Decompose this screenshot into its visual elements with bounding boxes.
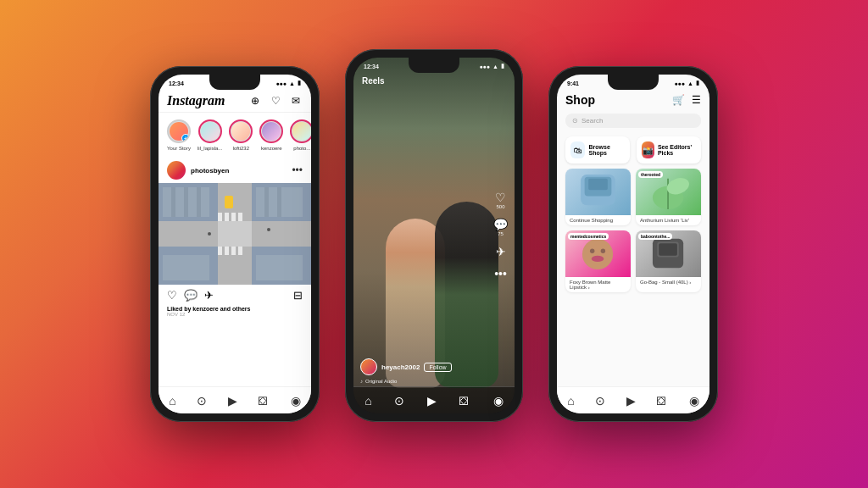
nav-search-icon-3[interactable]: ⊙ (595, 394, 605, 408)
browse-shops-button[interactable]: 🛍 Browse Shops (565, 136, 630, 164)
svg-rect-13 (171, 187, 175, 217)
svg-rect-15 (197, 187, 201, 217)
comment-button[interactable]: 💬 (184, 289, 198, 302)
post-left-actions: ♡ 💬 ✈ (167, 289, 214, 302)
nav-profile-icon-2[interactable]: ◉ (493, 394, 504, 408)
nav-search-icon[interactable]: ⊙ (197, 394, 207, 408)
story-item-2[interactable]: lofti232 (229, 119, 253, 151)
like-notifications-icon[interactable]: ♡ (269, 94, 282, 108)
svg-rect-8 (218, 247, 222, 255)
svg-rect-11 (238, 247, 242, 255)
svg-rect-10 (231, 247, 236, 255)
nav-shop-icon[interactable]: ⛋ (258, 394, 270, 408)
reels-like-icon: ♡ (495, 191, 506, 204)
shop-card-1[interactable]: Continue Shopping (565, 169, 631, 225)
nav-search-icon-2[interactable]: ⊙ (394, 394, 404, 408)
story-item-3[interactable]: kenzoere (259, 119, 283, 151)
nav-home-icon[interactable]: ⌂ (169, 394, 175, 408)
aerial-photo (159, 183, 311, 285)
like-button[interactable]: ♡ (167, 289, 177, 302)
shop-card-2-tag: therooted (638, 171, 663, 178)
svg-rect-17 (264, 187, 269, 217)
shop-card-1-svg (565, 169, 631, 215)
post-actions: ♡ 💬 ✈ ⊟ (159, 285, 311, 306)
story-item-4[interactable]: photo... (290, 119, 311, 151)
phone-3-screen: 9:41 ●●● ▲ ▮ Shop 🛒 ☰ ⊙ Search (557, 75, 709, 413)
svg-rect-26 (588, 179, 608, 191)
svg-rect-18 (277, 187, 281, 217)
shop-quick-buttons: 🛍 Browse Shops 📸 See Editors' Picks (557, 131, 709, 169)
story-4-label: photo... (293, 146, 310, 151)
nav-profile-icon[interactable]: ◉ (291, 394, 301, 408)
post-username: photosbyen (191, 167, 229, 175)
reels-audio-note-icon: ♪ (360, 379, 363, 384)
phone-1-bottom-nav: ⌂ ⊙ ▶ ⛋ ◉ (159, 386, 311, 413)
phone-3-notch (608, 75, 659, 90)
phone-3-frame: 9:41 ●●● ▲ ▮ Shop 🛒 ☰ ⊙ Search (548, 66, 718, 422)
svg-point-23 (267, 228, 270, 231)
nav-profile-icon-3[interactable]: ◉ (689, 394, 699, 408)
shop-search-bar[interactable]: ⊙ Search (565, 114, 701, 128)
reels-more-action[interactable]: ••• (494, 267, 507, 280)
messages-icon[interactable]: ✉ (289, 94, 303, 108)
shop-menu-icon[interactable]: ☰ (692, 94, 701, 106)
reels-comment-action[interactable]: 💬 75 (493, 218, 508, 236)
reels-right-actions: ♡ 500 💬 75 ✈ ••• (493, 191, 508, 280)
editors-picks-label: See Editors' Picks (658, 144, 696, 156)
reels-audio-info: ♪ Original Audio (360, 379, 481, 384)
instagram-header: Instagram ⊕ ♡ ✉ (159, 90, 311, 113)
phone-3-battery-icon: ▮ (696, 80, 699, 86)
nav-reels-icon[interactable]: ▶ (228, 394, 237, 408)
svg-rect-9 (225, 247, 229, 255)
share-button[interactable]: ✈ (204, 289, 214, 302)
search-icon: ⊙ (572, 117, 578, 125)
story-3-label: kenzoere (261, 146, 282, 151)
shop-card-3[interactable]: mentedcosmetics Foxy Brown Matte Lipstic… (565, 230, 631, 292)
shop-card-2[interactable]: therooted Anthurium Livium 'Liv' (636, 169, 701, 225)
reels-follow-button[interactable]: Follow (424, 363, 451, 372)
story-1-avatar (198, 119, 222, 143)
phone-1-time: 12:34 (169, 80, 184, 86)
shop-card-2-caption: Anthurium Livium 'Liv' (636, 215, 701, 225)
story-2-label: lofti232 (233, 146, 249, 151)
svg-rect-19 (163, 255, 209, 280)
nav-home-icon-3[interactable]: ⌂ (567, 394, 574, 408)
reels-bottom-info: heyach2002 Follow ♪ Original Audio (360, 358, 481, 384)
post-date: NOV 12 (159, 312, 311, 319)
phone-2-screen: 12:34 ●●● ▲ ▮ Reels ♡ 500 💬 75 (353, 58, 515, 413)
phone-1-signal-icon: ●●● (275, 80, 287, 86)
reels-like-action[interactable]: ♡ 500 (495, 191, 506, 209)
reels-username: heyach2002 (381, 363, 420, 371)
reels-comment-icon: 💬 (493, 218, 508, 231)
nav-shop-icon-3[interactable]: ⛋ (656, 394, 668, 408)
nav-shop-icon-2[interactable]: ⛋ (459, 394, 470, 408)
shop-card-4-caption: Go-Bag - Small (40L) › (636, 277, 701, 287)
shopping-cart-icon[interactable]: 🛒 (672, 94, 685, 106)
shop-card-3-caption: Foxy Brown Matte Lipstick › (565, 277, 631, 292)
post-likes: Liked by kenzoere and others (159, 306, 311, 312)
svg-rect-20 (256, 255, 303, 280)
browse-shops-label: Browse Shops (588, 144, 625, 156)
reels-share-action[interactable]: ✈ (496, 245, 506, 258)
instagram-header-icons: ⊕ ♡ ✉ (248, 94, 303, 108)
shop-card-4-image: baboontothe... (636, 230, 701, 277)
post-user[interactable]: photosbyen (167, 161, 229, 180)
nav-reels-icon-2[interactable]: ▶ (427, 394, 437, 408)
reels-audio-label: Original Audio (365, 379, 397, 384)
svg-rect-5 (225, 213, 229, 221)
add-post-icon[interactable]: ⊕ (248, 94, 262, 108)
shop-card-3-tag: mentedcosmetics (568, 233, 609, 240)
nav-home-icon-2[interactable]: ⌂ (364, 394, 371, 408)
post-image (159, 183, 311, 285)
reels-user-avatar (360, 358, 377, 375)
story-item-1[interactable]: lil_lapisla... (198, 119, 222, 151)
post-options-icon[interactable]: ••• (292, 164, 303, 176)
save-button[interactable]: ⊟ (293, 289, 303, 302)
phone-1: 12:34 ●●● ▲ ▮ Instagram ⊕ ♡ ✉ (150, 66, 320, 422)
nav-reels-icon-3[interactable]: ▶ (626, 394, 636, 408)
story-item-yours[interactable]: + Your Story (167, 119, 191, 151)
shop-card-4[interactable]: baboontothe... Go-Bag - Small (40L) › (636, 230, 701, 292)
svg-point-30 (582, 239, 613, 269)
phone-1-wifi-icon: ▲ (289, 80, 295, 86)
editors-picks-button[interactable]: 📸 See Editors' Picks (637, 136, 701, 164)
